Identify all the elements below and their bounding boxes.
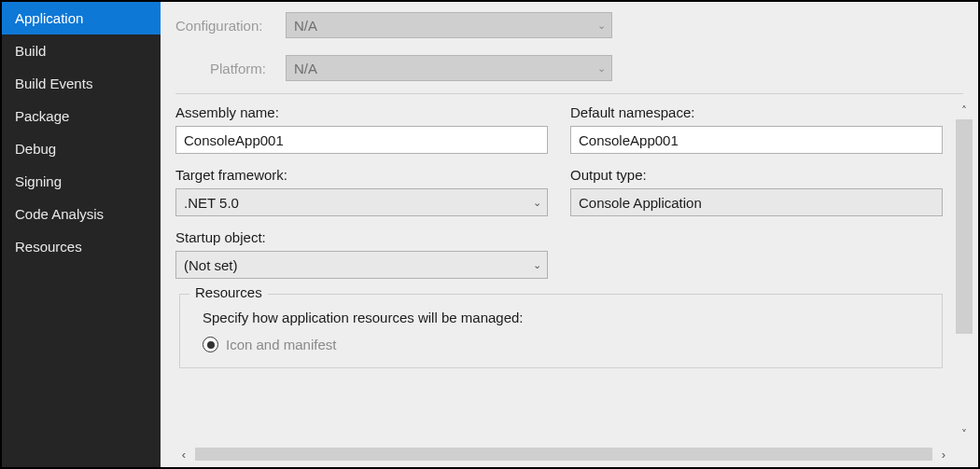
radio-icon	[203, 337, 218, 352]
sidebar-item-label: Resources	[15, 239, 82, 255]
sidebar-item-label: Signing	[15, 173, 62, 189]
chevron-down-icon: ⌄	[533, 259, 541, 271]
startup-object-combo[interactable]: (Not set) ⌄	[175, 251, 548, 279]
chevron-down-icon: ⌄	[597, 20, 606, 32]
platform-value: N/A	[294, 61, 317, 76]
resources-description: Specify how application resources will b…	[203, 310, 927, 325]
horizontal-scrollbar[interactable]: ‹ ›	[175, 445, 952, 463]
resources-group: Resources Specify how application resour…	[179, 294, 943, 368]
sidebar-item-label: Application	[15, 10, 83, 26]
sidebar-item-label: Code Analysis	[15, 206, 104, 222]
sidebar-item-code-analysis[interactable]: Code Analysis	[2, 198, 161, 230]
sidebar-item-signing[interactable]: Signing	[2, 165, 161, 198]
configuration-label: Configuration:	[175, 18, 278, 34]
chevron-down-icon: ⌄	[533, 197, 541, 209]
content-scroll-area: Assembly name: Default namespace: Target…	[161, 101, 978, 443]
sidebar-item-debug[interactable]: Debug	[2, 132, 161, 165]
vscroll-track[interactable]	[956, 119, 973, 426]
startup-object-value: (Not set)	[184, 257, 238, 273]
project-properties-window: Application Build Build Events Package D…	[2, 2, 978, 467]
fields-grid: Assembly name: Default namespace: Target…	[175, 101, 973, 279]
target-framework-value: .NET 5.0	[184, 195, 239, 211]
assembly-name-input[interactable]	[175, 126, 548, 154]
platform-label: Platform:	[175, 61, 278, 76]
scroll-down-icon[interactable]: ˅	[954, 426, 974, 443]
sidebar-item-build-events[interactable]: Build Events	[2, 67, 161, 100]
sidebar-item-build[interactable]: Build	[2, 34, 161, 67]
target-framework-combo[interactable]: .NET 5.0 ⌄	[175, 188, 548, 216]
sidebar-item-label: Package	[15, 108, 69, 124]
platform-row: Platform: N/A ⌄	[161, 45, 978, 88]
configuration-combo: N/A ⌄	[286, 12, 612, 38]
hscroll-track[interactable]	[195, 448, 932, 461]
sidebar: Application Build Build Events Package D…	[2, 2, 161, 467]
default-namespace-input[interactable]	[570, 126, 943, 154]
configuration-value: N/A	[294, 18, 317, 34]
configuration-row: Configuration: N/A ⌄	[161, 2, 978, 45]
output-type-combo[interactable]: Console Application ⌄	[570, 188, 943, 216]
sidebar-item-package[interactable]: Package	[2, 100, 161, 132]
chevron-down-icon: ⌄	[597, 62, 606, 75]
icon-and-manifest-radio[interactable]: Icon and manifest	[203, 337, 927, 352]
sidebar-item-application[interactable]: Application	[2, 2, 161, 34]
platform-combo: N/A ⌄	[286, 55, 612, 81]
resources-legend: Resources	[189, 284, 268, 300]
output-type-value: Console Application	[579, 195, 702, 211]
scroll-right-icon[interactable]: ›	[935, 448, 952, 462]
target-framework-label: Target framework:	[175, 167, 548, 183]
vertical-scrollbar[interactable]: ˄ ˅	[954, 103, 974, 443]
scroll-left-icon[interactable]: ‹	[175, 448, 192, 462]
application-panel: Configuration: N/A ⌄ Platform: N/A ⌄ Ass…	[161, 2, 978, 467]
startup-object-label: Startup object:	[175, 229, 548, 245]
sidebar-item-label: Build Events	[15, 76, 92, 91]
divider	[175, 93, 963, 94]
sidebar-item-label: Debug	[15, 141, 56, 157]
default-namespace-label: Default namespace:	[570, 104, 943, 120]
radio-label: Icon and manifest	[226, 337, 336, 352]
sidebar-item-label: Build	[15, 43, 46, 59]
output-type-label: Output type:	[570, 167, 943, 183]
scroll-up-icon[interactable]: ˄	[954, 103, 974, 119]
assembly-name-label: Assembly name:	[175, 104, 548, 120]
sidebar-item-resources[interactable]: Resources	[2, 230, 161, 263]
vscroll-thumb[interactable]	[956, 119, 973, 334]
